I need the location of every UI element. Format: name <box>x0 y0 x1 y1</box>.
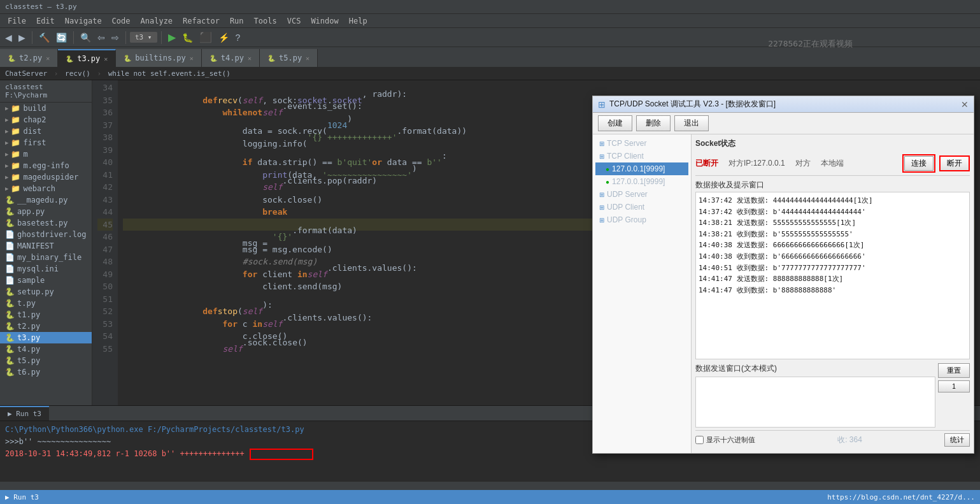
recv-line-1: 14:37:42 发送数据: 4444444444444444444[1次] <box>699 195 967 206</box>
menu-help[interactable]: Help <box>344 15 373 27</box>
dialog-tree-tcp-client[interactable]: ⊞ TCP Client <box>595 150 688 162</box>
tree-item-mybinaryfile[interactable]: 📄my_binary_file <box>0 252 92 263</box>
menu-code[interactable]: Code <box>107 15 136 27</box>
tree-item-manifest[interactable]: 📄MANIFEST <box>0 240 92 252</box>
sync-btn[interactable]: 🔄 <box>53 31 69 44</box>
reset-btn[interactable]: 重置 <box>938 363 970 378</box>
send-text-area: 数据发送窗口(文本模式) <box>695 363 935 428</box>
tree-item-first[interactable]: ▶📁first <box>0 137 92 148</box>
tab-builtins[interactable]: 🐍 builtins.py ✕ <box>116 49 202 67</box>
recv-line-7: 14:40:51 收到数据: b'7777777777777777777' <box>699 263 967 274</box>
window-title: classtest – t3.py <box>5 3 77 11</box>
menu-window[interactable]: Window <box>306 15 343 27</box>
socket-status: 已断开 对方IP:127.0.0.1 对方 本地端 连接 断开 <box>695 152 970 176</box>
toolbar: ◀ ▶ 🔨 🔄 🔍 ⇦ ⇨ t3 ▾ ▶ 🐛 ⬛ ⚡ ? <box>0 28 980 47</box>
recv-line-2: 14:37:42 收到数据: b'4444444444444444444' <box>699 206 967 218</box>
socket-status-label: Socket状态 <box>695 138 970 149</box>
status-right: https://blog.csdn.net/dnt_4227/d... <box>827 493 975 501</box>
dialog-tree-udp-server[interactable]: ⊞ UDP Server <box>595 188 688 201</box>
close-t4py[interactable]: ✕ <box>248 55 252 62</box>
tree-item-sample[interactable]: 📄sample <box>0 275 92 286</box>
close-builtins[interactable]: ✕ <box>190 55 194 62</box>
help-toolbar-btn[interactable]: ? <box>233 31 243 44</box>
hex-checkbox-label[interactable]: 显示十六进制值 <box>695 435 755 445</box>
tab-t3py[interactable]: 🐍 t3.py ✕ <box>58 49 116 67</box>
tree-item-build[interactable]: ▶📁build <box>0 103 92 114</box>
menu-analyze[interactable]: Analyze <box>136 15 178 27</box>
menu-navigate[interactable]: Navigate <box>60 15 107 27</box>
title-bar: classtest – t3.py <box>0 0 980 14</box>
close-t2py[interactable]: ✕ <box>46 55 50 62</box>
connect-btn[interactable]: 连接 <box>904 156 934 171</box>
tree-item-dist[interactable]: ▶📁dist <box>0 126 92 137</box>
tree-item-t4py[interactable]: 🐍t4.py <box>0 343 92 355</box>
tab-t2py[interactable]: 🐍 t2.py ✕ <box>0 49 58 67</box>
tree-item-t6py[interactable]: 🐍t6.py <box>0 366 92 378</box>
profile-btn[interactable]: ⚡ <box>216 31 232 44</box>
dialog-exit-btn[interactable]: 退出 <box>674 115 709 131</box>
nav-fwd-btn[interactable]: ⇨ <box>109 31 122 44</box>
tree-item-chap2[interactable]: ▶📁chap2 <box>0 114 92 126</box>
code-line-34 <box>123 82 975 94</box>
search-btn[interactable]: 🔍 <box>78 31 94 44</box>
dialog-tree-udp-group[interactable]: ⊞ UDP Group <box>595 213 688 226</box>
menu-run[interactable]: Run <box>225 15 249 27</box>
menu-tools[interactable]: Tools <box>249 15 282 27</box>
build-btn[interactable]: 🔨 <box>36 31 52 44</box>
back-btn[interactable]: ◀ <box>3 31 15 44</box>
dialog-tree-tcp-client-1[interactable]: ● 127.0.0.1[9999] <box>595 162 688 175</box>
dialog-tree-tcp-client-2[interactable]: ● 127.0.0.1[9999] <box>595 175 688 188</box>
menu-file[interactable]: File <box>3 15 31 27</box>
tree-item-t5py[interactable]: 🐍t5.py <box>0 355 92 366</box>
tree-item-tpy[interactable]: 🐍t.py <box>0 298 92 309</box>
send-count-input[interactable]: 1 <box>938 380 970 392</box>
tree-item-t1py[interactable]: 🐍t1.py <box>0 309 92 320</box>
menu-refactor[interactable]: Refactor <box>178 15 225 27</box>
stats-btn[interactable]: 统计 <box>944 433 970 447</box>
tree-item-basetestpy[interactable]: 🐍basetest.py <box>0 217 92 229</box>
connect-highlight-box: 连接 <box>902 154 935 173</box>
tree-item-magedupy[interactable]: 🐍__magedu.py <box>0 194 92 206</box>
send-input[interactable] <box>695 377 935 428</box>
tree-item-webarch[interactable]: ▶📁webarch <box>0 183 92 194</box>
recv-line-5: 14:40:38 发送数据: 66666666666666666[1次] <box>699 240 967 251</box>
tab-bar: 🐍 t2.py ✕ 🐍 t3.py ✕ 🐍 builtins.py ✕ 🐍 t4… <box>0 47 980 68</box>
forward-btn[interactable]: ▶ <box>16 31 28 44</box>
hex-checkbox[interactable] <box>695 436 704 444</box>
dialog-tree-tcp-server[interactable]: ⊞ TCP Server <box>595 137 688 150</box>
bottom-tab-run[interactable]: ▶ Run t3 <box>0 406 49 421</box>
menu-vcs[interactable]: VCS <box>282 15 306 27</box>
tree-item-setuppy[interactable]: 🐍setup.py <box>0 286 92 298</box>
status-disconnected: 已断开 <box>695 158 718 169</box>
recv-line-3: 14:38:21 发送数据: 555555555555555[1次] <box>699 217 967 229</box>
send-row: 数据发送窗口(文本模式) 重置 1 <box>695 363 970 428</box>
menu-bar: File Edit Navigate Code Analyze Refactor… <box>0 14 980 28</box>
send-right-btns: 重置 1 <box>938 363 970 428</box>
tree-item-m[interactable]: ▶📁m <box>0 148 92 160</box>
tree-item-mageduspider[interactable]: ▶📁mageduspider <box>0 171 92 183</box>
dialog-tree-udp-client[interactable]: ⊞ UDP Client <box>595 201 688 213</box>
tree-item-t3py[interactable]: 🐍t3.py <box>0 332 92 343</box>
menu-edit[interactable]: Edit <box>31 15 60 27</box>
close-t5py[interactable]: ✕ <box>306 55 309 62</box>
tab-t4py[interactable]: 🐍 t4.py ✕ <box>202 49 260 67</box>
dialog-delete-btn[interactable]: 删除 <box>636 115 671 131</box>
recv-line-9: 14:41:47 收到数据: b'888888888888' <box>699 285 967 296</box>
run-config[interactable]: t3 ▾ <box>130 32 157 43</box>
dialog-create-btn[interactable]: 创建 <box>598 115 632 131</box>
stop-btn[interactable]: ⬛ <box>197 30 215 45</box>
tab-t5py[interactable]: 🐍 t5.py ✕ <box>260 49 318 67</box>
tree-item-mysqlini[interactable]: 📄mysql.ini <box>0 263 92 275</box>
dialog-close-btn[interactable]: ✕ <box>961 99 969 110</box>
run-btn[interactable]: ▶ <box>166 30 178 45</box>
nav-btn[interactable]: ⇦ <box>95 31 108 44</box>
tree-item-apppy[interactable]: 🐍app.py <box>0 206 92 217</box>
tree-item-ghostdriver[interactable]: 📄ghostdriver.log <box>0 229 92 240</box>
local-label: 本地端 <box>821 158 844 169</box>
tree-item-t2py[interactable]: 🐍t2.py <box>0 320 92 332</box>
tree-item-megginfo[interactable]: ▶📁m.egg-info <box>0 160 92 171</box>
disconnect-btn[interactable]: 断开 <box>939 155 970 171</box>
debug-btn[interactable]: 🐛 <box>180 31 195 44</box>
close-t3py[interactable]: ✕ <box>104 55 108 62</box>
dialog-titlebar: ⊞ TCP/UDP Socket 调试工具 V2.3 - [数据收发窗口] ✕ <box>593 96 974 113</box>
